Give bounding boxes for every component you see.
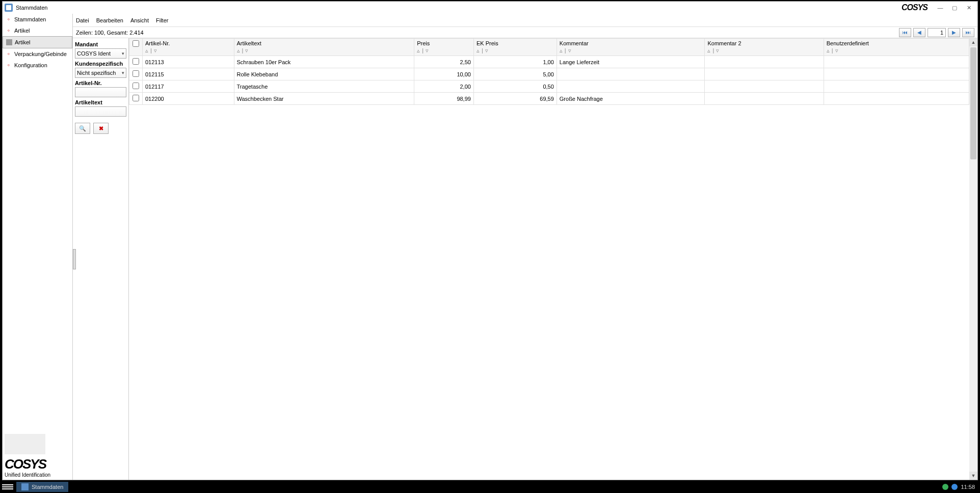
sort-icon[interactable]: ▵ — [707, 47, 710, 54]
pager-next-button[interactable]: ▶ — [948, 28, 960, 37]
app-window: Stammdaten COSYS — ▢ ✕ ◦ Stammdaten ◦ Ar… — [2, 1, 978, 480]
col-kommentar2[interactable]: Kommentar 2▵|▿ — [705, 39, 824, 56]
cell-ekpreis: 69,59 — [473, 93, 557, 105]
sidebar-item-label: Verpackung/Gebinde — [14, 51, 67, 57]
plus-icon: ◦ — [6, 62, 12, 68]
menu-ansicht[interactable]: Ansicht — [130, 17, 149, 23]
sidebar-item-artikel-parent[interactable]: ◦ Artikel — [3, 25, 72, 36]
cell-benutzerdefiniert — [824, 93, 969, 105]
cell-kommentar: Große Nachfrage — [557, 93, 705, 105]
cell-benutzerdefiniert — [824, 80, 969, 93]
artikeltext-input[interactable] — [75, 106, 126, 117]
sort-icon[interactable]: ▵ — [827, 47, 830, 54]
vertical-scrollbar[interactable]: ▲ ▼ — [969, 38, 977, 480]
taskbar-app-label: Stammdaten — [32, 484, 63, 490]
col-preis[interactable]: Preis▵|▿ — [414, 39, 474, 56]
sidebar-item-konfiguration[interactable]: ◦ Konfiguration — [3, 60, 72, 71]
pager: ⏮ ◀ ▶ ⏭ — [899, 28, 974, 37]
cell-kommentar — [557, 68, 705, 80]
taskbar-app-button[interactable]: Stammdaten — [16, 482, 68, 492]
binoculars-icon: 🔍 — [79, 125, 86, 132]
clock: 11:58 — [961, 484, 975, 490]
pager-prev-button[interactable]: ◀ — [913, 28, 925, 37]
sort-icon[interactable]: ▵ — [560, 47, 563, 54]
logo-text: COSYS — [5, 456, 70, 472]
cell-artikelnr: 012200 — [143, 93, 234, 105]
select-all-checkbox[interactable] — [133, 40, 139, 47]
close-button[interactable]: ✕ — [962, 3, 975, 13]
document-icon — [6, 39, 12, 45]
pager-last-button[interactable]: ⏭ — [962, 28, 974, 37]
filter-icon[interactable]: ▿ — [568, 47, 571, 54]
cell-artikeltext: Schrauben 10er Pack — [234, 56, 414, 68]
cell-artikeltext: Waschbecken Star — [234, 93, 414, 105]
select-all-header — [129, 39, 143, 56]
table-row[interactable]: 012200Waschbecken Star98,9969,59Große Na… — [129, 93, 969, 105]
tray-icon[interactable] — [942, 484, 948, 490]
sidebar-item-stammdaten[interactable]: ◦ Stammdaten — [3, 14, 72, 25]
sidebar: ◦ Stammdaten ◦ Artikel Artikel ◦ Verpack… — [3, 14, 73, 480]
table-row[interactable]: 012113Schrauben 10er Pack2,501,00Lange L… — [129, 56, 969, 68]
tray-icon[interactable] — [951, 484, 958, 490]
taskbar: Stammdaten 11:58 — [0, 480, 980, 493]
search-button[interactable]: 🔍 — [75, 123, 90, 134]
scroll-up-arrow[interactable]: ▲ — [969, 38, 977, 46]
scroll-thumb[interactable] — [970, 47, 976, 159]
start-menu-button[interactable] — [2, 482, 13, 491]
col-artikelnr[interactable]: Artikel-Nr.▵|▿ — [143, 39, 234, 56]
filter-icon[interactable]: ▿ — [245, 47, 248, 54]
sort-icon[interactable]: ▵ — [476, 47, 480, 54]
cell-benutzerdefiniert — [824, 56, 969, 68]
menubar: Datei Bearbeiten Ansicht Filter — [73, 14, 977, 27]
filter-icon[interactable]: ▿ — [835, 47, 838, 54]
table-row[interactable]: 012117Tragetasche2,000,50 — [129, 80, 969, 93]
sidebar-item-label: Artikel — [15, 39, 31, 45]
sidebar-item-verpackung[interactable]: ◦ Verpackung/Gebinde — [3, 48, 72, 60]
artikelnr-input[interactable] — [75, 87, 126, 97]
clear-filter-button[interactable]: ✖ — [93, 123, 109, 134]
data-grid: Artikel-Nr.▵|▿ Artikeltext▵|▿ Preis▵|▿ E… — [129, 38, 969, 105]
mandant-select[interactable]: COSYS Ident — [75, 48, 126, 59]
sort-icon[interactable]: ▵ — [417, 47, 420, 54]
cell-preis: 2,50 — [414, 56, 474, 68]
cell-ekpreis: 0,50 — [473, 80, 557, 93]
col-artikeltext[interactable]: Artikeltext▵|▿ — [234, 39, 414, 56]
filter-icon[interactable]: ▿ — [716, 47, 719, 54]
cell-benutzerdefiniert — [824, 68, 969, 80]
pager-page-input[interactable] — [928, 28, 946, 37]
col-ekpreis[interactable]: EK Preis▵|▿ — [473, 39, 557, 56]
cell-kommentar2 — [705, 93, 824, 105]
sort-icon[interactable]: ▵ — [145, 47, 148, 54]
cell-artikelnr: 012113 — [143, 56, 234, 68]
row-checkbox[interactable] — [133, 70, 139, 77]
kundenspezifisch-select[interactable]: Nicht spezifisch — [75, 68, 126, 78]
menu-bearbeiten[interactable]: Bearbeiten — [96, 17, 123, 23]
cell-preis: 10,00 — [414, 68, 474, 80]
cell-artikelnr: 012117 — [143, 80, 234, 93]
sidebar-item-artikel-active[interactable]: Artikel — [3, 36, 72, 48]
cell-preis: 2,00 — [414, 80, 474, 93]
sort-icon[interactable]: ▵ — [237, 47, 240, 54]
panel-collapse-handle[interactable] — [73, 249, 76, 269]
menu-filter[interactable]: Filter — [156, 17, 168, 23]
scroll-down-arrow[interactable]: ▼ — [969, 472, 977, 480]
menu-datei[interactable]: Datei — [76, 17, 89, 23]
cell-kommentar2 — [705, 80, 824, 93]
window-title: Stammdaten — [16, 5, 47, 11]
grid-area: Artikel-Nr.▵|▿ Artikeltext▵|▿ Preis▵|▿ E… — [129, 38, 977, 480]
col-kommentar[interactable]: Kommentar▵|▿ — [557, 39, 705, 56]
row-checkbox[interactable] — [133, 58, 139, 65]
pager-first-button[interactable]: ⏮ — [899, 28, 911, 37]
minimize-button[interactable]: — — [934, 3, 947, 13]
filter-icon[interactable]: ▿ — [485, 47, 488, 54]
maximize-button[interactable]: ▢ — [948, 3, 961, 13]
filter-icon[interactable]: ▿ — [154, 47, 157, 54]
filter-icon[interactable]: ▿ — [426, 47, 429, 54]
plus-icon: ◦ — [6, 51, 12, 57]
cell-preis: 98,99 — [414, 93, 474, 105]
row-checkbox[interactable] — [133, 95, 139, 101]
cell-artikelnr: 012115 — [143, 68, 234, 80]
row-checkbox[interactable] — [133, 83, 139, 89]
col-benutzerdefiniert[interactable]: Benutzerdefiniert▵|▿ — [824, 39, 969, 56]
table-row[interactable]: 012115Rolle Klebeband10,005,00 — [129, 68, 969, 80]
